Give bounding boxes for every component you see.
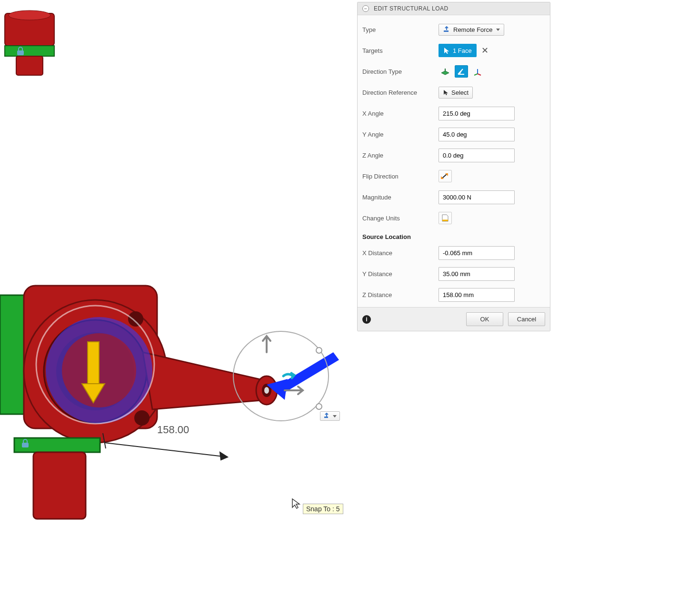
cancel-button[interactable]: Cancel bbox=[508, 312, 545, 326]
label-type: Type bbox=[362, 26, 439, 33]
remote-force-mini-icon bbox=[323, 413, 330, 419]
svg-point-27 bbox=[316, 348, 322, 353]
targets-value: 1 Face bbox=[453, 47, 472, 54]
direction-type-angle[interactable] bbox=[455, 65, 468, 78]
y-angle-input[interactable] bbox=[439, 128, 515, 141]
svg-marker-12 bbox=[143, 352, 267, 409]
label-change-units: Change Units bbox=[362, 215, 439, 222]
angle-icon bbox=[457, 67, 466, 76]
svg-rect-22 bbox=[88, 342, 99, 384]
z-distance-input[interactable] bbox=[439, 288, 515, 302]
chevron-down-icon bbox=[333, 415, 337, 417]
label-y-angle: Y Angle bbox=[362, 131, 439, 138]
axes-icon bbox=[473, 67, 482, 76]
direction-reference-select[interactable]: Select bbox=[439, 87, 473, 99]
x-angle-input[interactable] bbox=[439, 107, 515, 120]
svg-rect-18 bbox=[22, 443, 29, 447]
plane-normal-icon bbox=[440, 67, 450, 76]
cursor-icon bbox=[443, 89, 449, 96]
svg-rect-31 bbox=[444, 30, 449, 32]
clear-targets-button[interactable]: ✕ bbox=[479, 45, 490, 56]
label-x-distance: X Distance bbox=[362, 249, 439, 257]
edit-structural-load-panel: − EDIT STRUCTURAL LOAD Type Remote Force… bbox=[357, 2, 550, 331]
svg-rect-3 bbox=[16, 56, 43, 75]
svg-point-1 bbox=[9, 10, 50, 20]
direction-type-vector[interactable] bbox=[471, 65, 484, 78]
y-distance-input[interactable] bbox=[439, 267, 515, 281]
svg-rect-30 bbox=[324, 417, 328, 418]
svg-point-15 bbox=[264, 387, 269, 394]
direction-type-normal[interactable] bbox=[439, 65, 452, 78]
svg-rect-4 bbox=[17, 50, 24, 55]
x-distance-input[interactable] bbox=[439, 246, 515, 260]
type-value: Remote Force bbox=[453, 26, 492, 33]
mouse-cursor-icon bbox=[291, 498, 301, 512]
targets-selection[interactable]: 1 Face bbox=[439, 44, 477, 57]
label-flip-direction: Flip Direction bbox=[362, 173, 439, 180]
panel-body: Type Remote Force Targets 1 Face bbox=[358, 15, 550, 307]
label-z-distance: Z Distance bbox=[362, 291, 439, 298]
document-icon bbox=[441, 214, 449, 222]
label-x-angle: X Angle bbox=[362, 110, 439, 117]
label-targets: Targets bbox=[362, 47, 439, 54]
flip-direction-button[interactable] bbox=[439, 170, 452, 182]
svg-rect-17 bbox=[33, 452, 86, 519]
svg-point-11 bbox=[134, 410, 150, 426]
change-units-button[interactable] bbox=[439, 212, 452, 224]
flip-arrow-icon bbox=[440, 172, 450, 180]
panel-header[interactable]: − EDIT STRUCTURAL LOAD bbox=[358, 2, 550, 15]
svg-point-28 bbox=[316, 404, 322, 409]
z-angle-input[interactable] bbox=[439, 149, 515, 162]
dimension-value: 158.00 bbox=[157, 424, 189, 436]
remote-force-icon bbox=[443, 26, 450, 33]
label-direction-type: Direction Type bbox=[362, 68, 439, 75]
chevron-down-icon bbox=[496, 29, 500, 31]
info-icon[interactable]: i bbox=[362, 315, 371, 324]
magnitude-input[interactable] bbox=[439, 190, 515, 204]
panel-title: EDIT STRUCTURAL LOAD bbox=[374, 5, 449, 12]
model-svg bbox=[0, 0, 357, 616]
svg-marker-29 bbox=[220, 452, 228, 460]
section-source-location: Source Location bbox=[362, 229, 545, 242]
label-z-angle: Z Angle bbox=[362, 152, 439, 159]
panel-footer: i OK Cancel bbox=[358, 307, 550, 331]
label-magnitude: Magnitude bbox=[362, 194, 439, 201]
drag-mode-flyout[interactable] bbox=[320, 411, 340, 421]
collapse-icon[interactable]: − bbox=[362, 5, 369, 12]
cursor-select-icon bbox=[443, 47, 450, 54]
label-y-distance: Y Distance bbox=[362, 270, 439, 278]
ok-button[interactable]: OK bbox=[466, 312, 503, 326]
type-dropdown[interactable]: Remote Force bbox=[439, 24, 504, 36]
viewport-3d[interactable]: 158.00 Snap To : 5 bbox=[0, 0, 357, 616]
snap-tooltip: Snap To : 5 bbox=[303, 504, 343, 514]
svg-point-10 bbox=[128, 311, 143, 327]
direction-reference-value: Select bbox=[451, 89, 469, 96]
label-direction-reference: Direction Reference bbox=[362, 89, 439, 96]
svg-rect-2 bbox=[5, 46, 54, 56]
